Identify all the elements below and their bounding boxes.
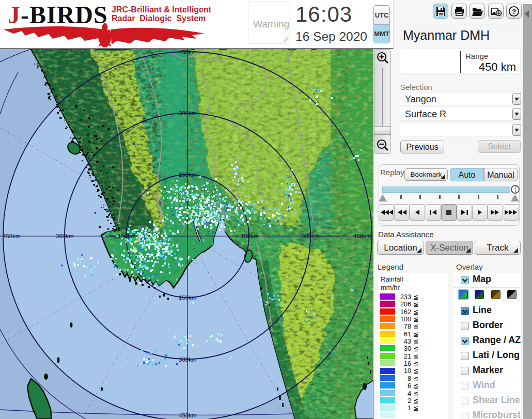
svg-text:300km: 300km [179,110,197,116]
svg-text:300km: 300km [56,233,74,239]
svg-text:150km: 150km [179,294,197,301]
svg-text:300km: 300km [179,356,197,363]
svg-text:450km: 450km [353,233,371,239]
svg-text:150km: 150km [241,233,259,239]
svg-text:150km: 150km [118,233,136,239]
svg-text:?: ? [512,7,516,15]
svg-text:450km: 450km [179,49,197,55]
svg-text:450km: 450km [179,412,197,418]
svg-text:150km: 150km [179,172,197,178]
svg-text:450km: 450km [3,233,21,239]
svg-text:300km: 300km [302,233,320,239]
